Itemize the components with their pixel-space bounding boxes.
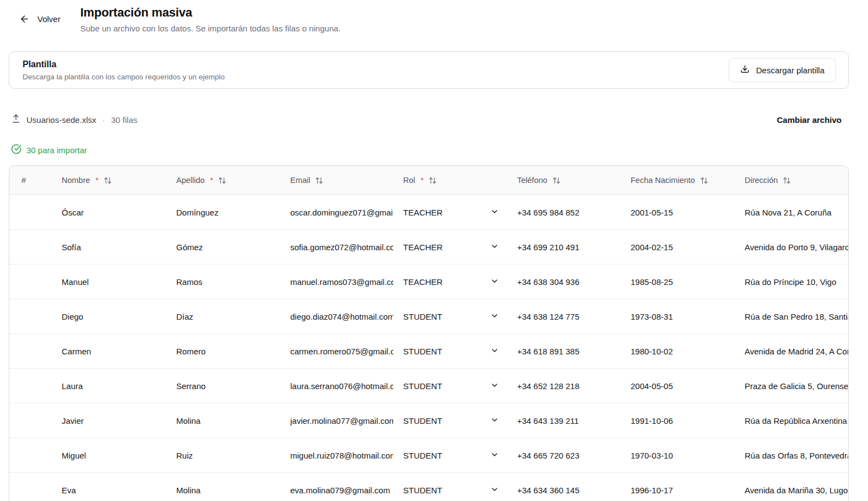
cell-email: manuel.ramos073@gmail.com	[280, 265, 393, 299]
download-template-label: Descargar plantilla	[756, 66, 824, 75]
file-info: Usuarios-sede.xlsx · 30 filas	[11, 114, 137, 126]
required-asterisk: *	[96, 176, 99, 185]
required-asterisk: *	[210, 176, 213, 185]
column-header-rol: Rol *	[393, 166, 507, 195]
table-header-row: # Nombre * Apellido * Email	[9, 166, 848, 195]
table-row: Javier Molina javier.molina077@gmail.com…	[9, 403, 848, 438]
arrow-up-down-icon[interactable]	[218, 176, 226, 185]
cell-direccion: Avenida da Mariña 30, Lugo	[735, 473, 848, 501]
cell-fecha-nacimiento: 2004-05-05	[621, 369, 735, 403]
cell-nombre: Eva	[52, 473, 166, 501]
cell-email: eva.molina079@gmail.com	[280, 473, 393, 501]
cell-telefono: +34 665 720 623	[507, 438, 621, 472]
file-row: Usuarios-sede.xlsx · 30 filas Cambiar ar…	[9, 114, 849, 126]
cell-telefono: +34 652 128 218	[507, 369, 621, 403]
arrow-up-down-icon[interactable]	[315, 176, 323, 185]
download-icon	[740, 64, 750, 76]
cell-index	[9, 403, 52, 438]
role-value: TEACHER	[403, 277, 443, 287]
import-status: 30 para importar	[9, 144, 849, 156]
download-template-button[interactable]: Descargar plantilla	[729, 58, 836, 82]
column-header-apellido: Apellido *	[166, 166, 280, 195]
column-label: Fecha Nacimiento	[631, 176, 695, 185]
role-value: STUDENT	[403, 451, 442, 460]
role-value: TEACHER	[403, 243, 443, 252]
cell-telefono: +34 618 891 385	[507, 334, 621, 368]
check-circle-icon	[11, 144, 21, 156]
title-block: Importación masiva Sube un archivo con l…	[80, 6, 341, 33]
change-file-button[interactable]: Cambiar archivo	[777, 115, 842, 125]
column-label: Email	[290, 176, 310, 185]
arrow-up-down-icon[interactable]	[552, 176, 561, 185]
cell-index	[9, 195, 52, 229]
column-label: Nombre	[62, 176, 90, 185]
role-value: STUDENT	[403, 381, 442, 391]
cell-email: diego.diaz074@hotmail.com	[280, 299, 393, 333]
cell-index	[9, 230, 52, 264]
cell-index	[9, 334, 52, 368]
role-value: STUDENT	[403, 486, 442, 495]
table-row: Miguel Ruiz miguel.ruiz078@hotmail.com S…	[9, 438, 848, 473]
role-select[interactable]: STUDENT	[403, 450, 499, 461]
role-select[interactable]: STUDENT	[403, 311, 499, 322]
cell-email: laura.serrano076@hotmail.com	[280, 369, 393, 403]
cell-fecha-nacimiento: 1970-03-10	[621, 438, 735, 472]
cell-direccion: Rúa do Príncipe 10, Vigo	[735, 265, 848, 299]
cell-direccion: Rúa Nova 21, A Coruña	[735, 195, 848, 229]
cell-telefono: +34 634 360 145	[507, 473, 621, 501]
column-header-nombre: Nombre *	[52, 166, 166, 195]
back-button[interactable]: Volver	[19, 14, 61, 24]
cell-apellido: Molina	[166, 473, 280, 501]
column-label: Dirección	[745, 176, 778, 185]
chevron-down-icon	[490, 450, 499, 461]
cell-nombre: Diego	[52, 299, 166, 333]
cell-telefono: +34 638 304 936	[507, 265, 621, 299]
table-row: Manuel Ramos manuel.ramos073@gmail.com T…	[9, 265, 848, 299]
role-select[interactable]: TEACHER	[403, 277, 499, 287]
role-value: STUDENT	[403, 416, 442, 425]
cell-email: javier.molina077@gmail.com	[280, 403, 393, 438]
chevron-down-icon	[490, 311, 499, 322]
arrow-up-down-icon[interactable]	[428, 176, 437, 185]
cell-telefono: +34 699 210 491	[507, 230, 621, 264]
cell-email: carmen.romero075@gmail.com	[280, 334, 393, 368]
cell-apellido: Ruiz	[166, 438, 280, 472]
table-row: Diego Díaz diego.diaz074@hotmail.com STU…	[9, 299, 848, 334]
cell-direccion: Avenida do Porto 9, Vilagarcía	[735, 230, 848, 264]
cell-nombre: Miguel	[52, 438, 166, 472]
cell-fecha-nacimiento: 1980-10-02	[621, 334, 735, 368]
column-header-index: #	[9, 166, 52, 195]
cell-fecha-nacimiento: 1973-08-31	[621, 299, 735, 333]
file-separator: ·	[102, 115, 106, 125]
table-row: Óscar Domínguez oscar.dominguez071@gmail…	[9, 195, 848, 230]
arrow-up-down-icon[interactable]	[700, 176, 708, 185]
cell-rol: TEACHER	[393, 230, 507, 264]
page-header: Volver Importación masiva Sube un archiv…	[9, 0, 849, 33]
role-select[interactable]: TEACHER	[403, 242, 499, 252]
cell-nombre: Óscar	[52, 195, 166, 229]
role-select[interactable]: STUDENT	[403, 416, 499, 426]
role-select[interactable]: STUDENT	[403, 485, 499, 495]
chevron-down-icon	[490, 242, 499, 252]
arrow-left-icon	[19, 14, 30, 24]
role-value: TEACHER	[403, 208, 443, 217]
cell-apellido: Romero	[166, 334, 280, 368]
cell-fecha-nacimiento: 1996-10-17	[621, 473, 735, 501]
arrow-up-down-icon[interactable]	[104, 176, 112, 185]
column-label: Teléfono	[517, 176, 547, 185]
cell-apellido: Díaz	[166, 299, 280, 333]
cell-index	[9, 473, 52, 501]
arrow-up-down-icon[interactable]	[783, 176, 791, 185]
cell-rol: STUDENT	[393, 334, 507, 368]
cell-index	[9, 438, 52, 472]
cell-direccion: Rúa das Orfas 8, Pontevedra	[735, 438, 848, 472]
cell-telefono: +34 643 139 211	[507, 403, 621, 438]
role-select[interactable]: TEACHER	[403, 207, 499, 218]
chevron-down-icon	[490, 416, 499, 426]
role-select[interactable]: STUDENT	[403, 381, 499, 391]
role-value: STUDENT	[403, 312, 442, 321]
cell-telefono: +34 638 124 775	[507, 299, 621, 333]
cell-rol: TEACHER	[393, 195, 507, 229]
role-select[interactable]: STUDENT	[403, 346, 499, 357]
cell-email: sofia.gomez072@hotmail.com	[280, 230, 393, 264]
